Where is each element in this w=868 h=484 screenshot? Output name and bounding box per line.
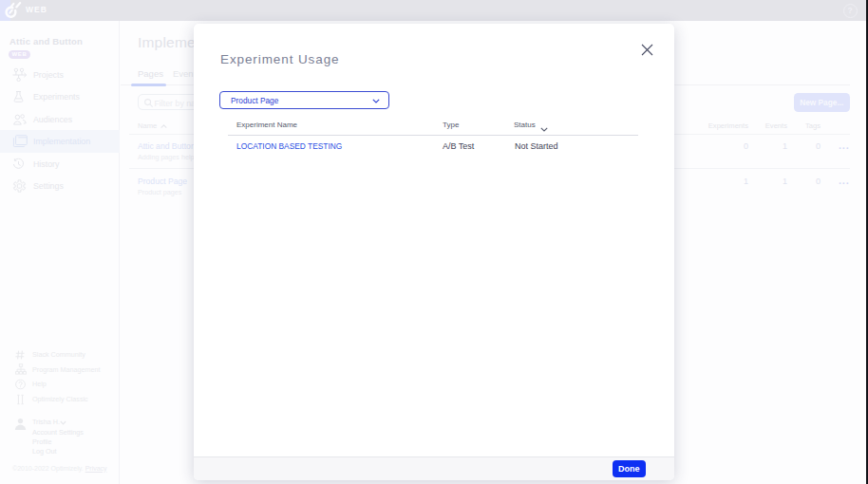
- profile-link[interactable]: Profile: [32, 437, 51, 446]
- active-tab-underline: [131, 84, 166, 86]
- column-header-status[interactable]: Status: [514, 121, 536, 129]
- help-icon[interactable]: ?: [843, 4, 858, 18]
- sidebar-item-label: Settings: [33, 181, 64, 191]
- experiment-status: Not Started: [515, 141, 558, 151]
- sidebar-item-help[interactable]: Help: [0, 377, 120, 392]
- question-circle-icon: [15, 379, 26, 389]
- sidebar-item-settings[interactable]: Settings: [0, 175, 120, 196]
- sidebar-item-program-management[interactable]: Program Management: [0, 363, 120, 378]
- sidebar-item-label: Help: [32, 380, 47, 388]
- optimizely-app: WEB ? Attic and Button WEB Projects: [0, 0, 868, 484]
- sidebar-item-audiences[interactable]: Audiences: [0, 108, 120, 130]
- project-title: Attic and Button: [9, 36, 83, 47]
- optimizely-logo-icon: [0, 0, 23, 20]
- tab-pages[interactable]: Pages: [138, 68, 163, 79]
- page-name-link[interactable]: Attic and Button: [138, 141, 198, 151]
- history-clock-icon: [12, 158, 25, 170]
- user-name[interactable]: Trisha H.: [32, 418, 60, 426]
- tags-count: 0: [726, 177, 821, 186]
- flask-icon: [12, 91, 25, 103]
- sidebar-item-history[interactable]: History: [0, 153, 120, 175]
- page-name-link[interactable]: Product Page: [138, 177, 187, 186]
- column-header-tags[interactable]: Tags: [726, 121, 821, 130]
- sidebar-item-projects[interactable]: Projects: [0, 64, 120, 85]
- projects-flow-icon: [12, 67, 29, 82]
- logout-link[interactable]: Log Out: [32, 447, 57, 456]
- sidebar-utility-nav: Slack Community Program Management: [0, 347, 120, 406]
- sort-asc-icon: [160, 124, 167, 129]
- sidebar-item-label: Audiences: [33, 115, 72, 124]
- sidebar-item-slack-community[interactable]: Slack Community: [0, 347, 120, 363]
- copyright-text: ©2010-2022 Optimizely.: [12, 465, 84, 472]
- column-header-type[interactable]: Type: [443, 121, 459, 129]
- name-header-label: Name: [138, 121, 157, 130]
- privacy-link[interactable]: Privacy: [85, 465, 107, 472]
- product-label: WEB: [26, 5, 47, 14]
- column-header-experiment-name[interactable]: Experiment Name: [236, 121, 297, 129]
- done-button[interactable]: Done: [613, 460, 647, 477]
- sidebar-item-experiments[interactable]: Experiments: [0, 86, 120, 108]
- modal-footer: Done: [194, 456, 674, 480]
- project-badge: WEB: [9, 50, 30, 59]
- modal-table-header-divider: [228, 135, 638, 136]
- page-description: Product pages: [138, 188, 187, 196]
- experiment-usage-modal: Experiment Usage Product Page Experiment…: [194, 24, 674, 480]
- new-page-button[interactable]: New Page...: [794, 93, 850, 112]
- page-selector-dropdown[interactable]: Product Page: [219, 91, 389, 109]
- experiment-name-link[interactable]: LOCATION BASED TESTING: [236, 141, 342, 151]
- experiment-type: A/B Test: [443, 141, 474, 151]
- sidebar-item-label: History: [33, 159, 59, 169]
- org-chart-icon: [15, 363, 27, 375]
- page-selector-value: Product Page: [231, 96, 278, 105]
- avatar[interactable]: [13, 417, 28, 434]
- copyright: ©2010-2022 Optimizely. Privacy: [12, 465, 107, 472]
- sidebar: Attic and Button WEB Projects Experimen: [0, 21, 120, 484]
- sidebar-nav: Projects Experiments: [0, 64, 120, 196]
- sidebar-item-label: Implementation: [33, 137, 90, 146]
- page-description: Adding pages helps: [138, 153, 198, 161]
- row-actions-menu[interactable]: ...: [839, 140, 850, 151]
- modal-title: Experiment Usage: [220, 52, 339, 66]
- account-settings-link[interactable]: Account Settings: [32, 428, 84, 437]
- row-actions-menu[interactable]: ...: [839, 175, 850, 186]
- table-row: Product Page Product pages: [138, 177, 187, 197]
- sidebar-item-label: Projects: [33, 70, 64, 80]
- chevron-down-icon: [372, 99, 380, 103]
- browser-windows-icon: [12, 135, 28, 148]
- sidebar-item-label: Program Management: [32, 365, 101, 374]
- sort-desc-icon: [540, 127, 548, 132]
- chevron-down-icon: [60, 420, 66, 425]
- sidebar-item-label: Optimizely Classic: [32, 395, 88, 403]
- sidebar-item-optimizely-classic[interactable]: Optimizely Classic: [0, 392, 120, 407]
- column-header-name[interactable]: Name: [138, 121, 157, 130]
- sidebar-item-label: Slack Community: [32, 350, 85, 359]
- close-icon[interactable]: [641, 44, 653, 56]
- people-icon: [12, 113, 27, 125]
- table-row: Attic and Button Adding pages helps: [138, 141, 198, 162]
- topbar: WEB ?: [0, 0, 868, 21]
- columns-icon: [15, 394, 26, 404]
- gear-icon: [12, 178, 27, 193]
- tags-count: 0: [726, 141, 821, 151]
- sidebar-item-label: Experiments: [33, 92, 80, 102]
- search-icon: [143, 98, 154, 108]
- hash-icon: [15, 350, 25, 360]
- sidebar-item-implementation[interactable]: Implementation: [0, 130, 120, 152]
